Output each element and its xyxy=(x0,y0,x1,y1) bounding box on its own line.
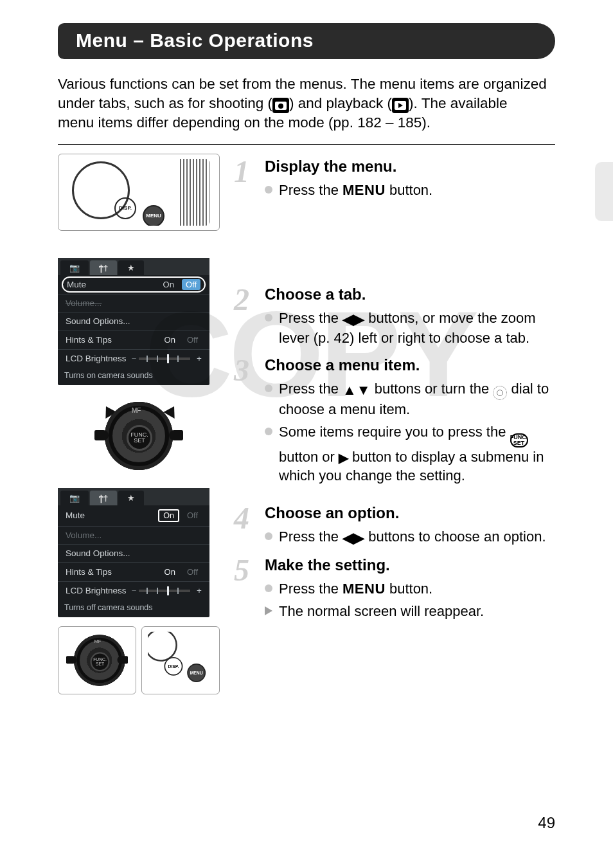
menu-footer-1: Turns on camera sounds xyxy=(58,367,209,383)
disp-button: DISP. xyxy=(114,197,136,219)
page-title: Menu – Basic Operations xyxy=(58,23,555,59)
step-1: 1 Display the menu. Press the MENU butto… xyxy=(234,158,555,199)
step-1-number: 1 xyxy=(234,154,249,189)
hints-off: Off xyxy=(183,334,202,345)
right-arrow-icon: ▶ xyxy=(339,451,348,465)
menu-row-mute: Mute On Off xyxy=(62,276,206,293)
menu-screenshot-2: 📷 ϯ† ★ Mute On Off Volume... Sound Optio… xyxy=(58,488,209,617)
step-5-bullet-1: Press the MENU button. xyxy=(265,579,555,598)
menu-row-volume: Volume... xyxy=(58,294,209,312)
step-3: 3 Choose a menu item. Press the ▲▼ butto… xyxy=(234,356,555,485)
func-set-icon: FUNC.SET xyxy=(510,433,528,448)
step-5: 5 Make the setting. Press the MENU butto… xyxy=(234,556,555,620)
menu-glyph-2: MENU xyxy=(342,581,386,597)
mute-off-2: Off xyxy=(183,510,202,521)
volume-label-2: Volume... xyxy=(66,530,102,540)
step-2-title: Choose a tab. xyxy=(265,285,555,303)
tab-shooting-icon: 📷 xyxy=(60,260,89,275)
step-4-number: 4 xyxy=(234,500,249,536)
tab-tools-icon-2: ϯ† xyxy=(90,491,117,505)
small-dial-mf: MF xyxy=(94,638,102,644)
left-column: DISP. MENU 📷 ϯ† ★ Mute On Off Volume... xyxy=(58,154,220,694)
dial-mf-label: MF xyxy=(132,407,141,414)
hints-label: Hints & Tips xyxy=(66,335,112,345)
intro-paragraph: Various functions can be set from the me… xyxy=(58,75,555,132)
mute-on: On xyxy=(159,279,178,290)
menu-row-mute-2: Mute On Off xyxy=(58,505,209,526)
step-1-bullet-1: Press the MENU button. xyxy=(265,181,555,199)
dial-func-set-button: FUNC. SET xyxy=(127,425,152,451)
mute-label-2: Mute xyxy=(66,511,85,520)
separator xyxy=(58,144,555,145)
lcd-label: LCD Brightness xyxy=(66,354,127,363)
menu-row-hints-2: Hints & Tips On Off xyxy=(58,562,209,581)
mute-label: Mute xyxy=(67,280,86,289)
volume-label: Volume... xyxy=(66,298,102,308)
menu-row-lcd: LCD Brightness − + xyxy=(58,349,209,367)
intro-line3: menu items differ depending on the mode … xyxy=(58,114,431,131)
menu-button-highlight: MENU xyxy=(143,205,164,226)
small-dial-func: FUNC.SET xyxy=(91,652,110,671)
intro-line1: Various functions can be set from the me… xyxy=(58,76,547,92)
tab-star-icon: ★ xyxy=(118,260,144,275)
sound-options-label: Sound Options... xyxy=(66,316,130,326)
side-tab xyxy=(595,162,613,221)
mute-off-selected: Off xyxy=(182,279,200,290)
menu-row-hints: Hints & Tips On Off xyxy=(58,330,209,349)
playback-icon xyxy=(392,98,409,114)
menu-screenshot-1: 📷 ϯ† ★ Mute On Off Volume... Sound Optio… xyxy=(58,258,209,385)
menu-row-volume-2: Volume... xyxy=(58,526,209,544)
menu-footer-2: Turns off camera sounds xyxy=(58,599,209,615)
step-2-bullet-1: Press the ◀▶ buttons, or move the zoom l… xyxy=(265,309,555,347)
hints-label-2: Hints & Tips xyxy=(66,567,112,577)
camera-icon xyxy=(272,98,289,114)
sound-options-label-2: Sound Options... xyxy=(66,548,130,558)
step-3-number: 3 xyxy=(234,352,249,388)
right-column: 1 Display the menu. Press the MENU butto… xyxy=(234,154,555,694)
control-dial-illustration: MF FUNC. SET xyxy=(58,398,220,474)
left-right-arrows-icon-2: ◀▶ xyxy=(342,530,364,546)
step-3-bullet-2: Some items require you to press the FUNC… xyxy=(265,422,555,485)
left-right-arrows-icon: ◀▶ xyxy=(342,311,364,327)
hints-off-2: Off xyxy=(183,566,202,577)
intro-line2b: ) and playback ( xyxy=(289,95,392,111)
menu-row-lcd-2: LCD Brightness − + xyxy=(58,581,209,599)
menu-row-sound-options: Sound Options... xyxy=(58,312,209,330)
menu-glyph: MENU xyxy=(342,182,386,198)
camera-back-illustration: DISP. MENU xyxy=(58,154,220,231)
menu-row-sound-options-2: Sound Options... xyxy=(58,544,209,562)
small-dial-illustration: MF FUNC.SET xyxy=(58,626,136,694)
mute-on-circled: On xyxy=(158,509,179,522)
tab-shooting-icon-2: 📷 xyxy=(60,491,89,505)
step-2-number: 2 xyxy=(234,282,249,317)
small-camera-back-illustration: DISP. MENU xyxy=(141,626,220,694)
up-down-arrows-icon: ▲▼ xyxy=(342,382,371,398)
intro-line2c: ). The available xyxy=(409,95,507,111)
tab-tools-icon: ϯ† xyxy=(90,260,117,275)
control-dial-icon xyxy=(493,386,507,400)
intro-line2a: under tabs, such as for shooting ( xyxy=(58,95,272,111)
step-3-title: Choose a menu item. xyxy=(265,356,555,374)
step-3-bullet-1: Press the ▲▼ buttons or turn the dial to… xyxy=(265,379,555,419)
lcd-label-2: LCD Brightness xyxy=(66,586,127,595)
step-4: 4 Choose an option. Press the ◀▶ buttons… xyxy=(234,504,555,547)
tab-star-icon-2: ★ xyxy=(118,491,144,505)
step-4-title: Choose an option. xyxy=(265,504,555,522)
step-4-bullet-1: Press the ◀▶ buttons to choose an option… xyxy=(265,527,555,547)
step-1-title: Display the menu. xyxy=(265,158,555,176)
step-5-bullet-2: The normal screen will reappear. xyxy=(265,602,555,620)
step-5-number: 5 xyxy=(234,552,249,588)
page-number: 49 xyxy=(538,814,555,832)
step-5-title: Make the setting. xyxy=(265,556,555,574)
hints-on-2: On xyxy=(161,566,179,577)
step-2: 2 Choose a tab. Press the ◀▶ buttons, or… xyxy=(234,285,555,347)
hints-on: On xyxy=(161,334,179,345)
